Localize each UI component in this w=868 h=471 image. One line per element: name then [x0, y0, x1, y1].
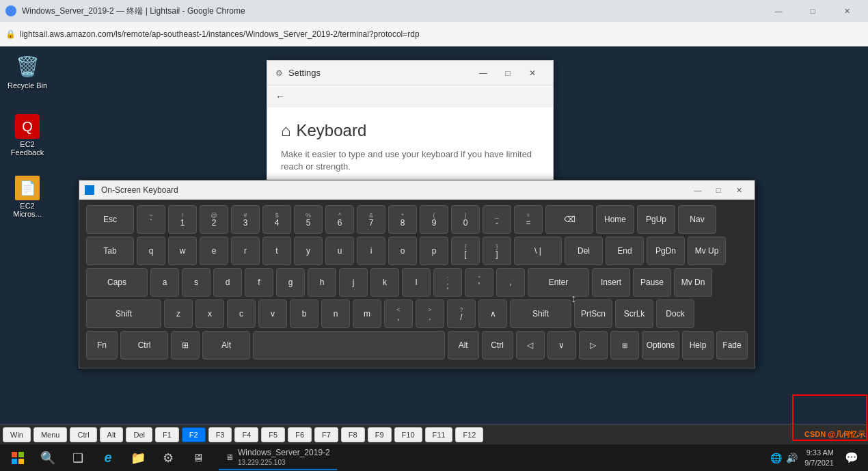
key-period[interactable]: >. [416, 299, 444, 328]
key-y[interactable]: y [294, 237, 323, 265]
key-ctrl-right[interactable]: Ctrl [482, 331, 513, 360]
search-button[interactable]: 🔍 [34, 444, 62, 472]
key-x[interactable]: x [195, 299, 224, 328]
fnkey-f7[interactable]: F7 [314, 427, 338, 442]
key-enter[interactable]: Enter [528, 268, 589, 297]
key-l[interactable]: l [402, 268, 431, 297]
key-f[interactable]: f [245, 268, 273, 297]
explorer-button[interactable]: 📁 [124, 444, 152, 472]
key-up-arrow[interactable]: ∧ [478, 299, 507, 328]
key-backslash[interactable]: \ | [514, 237, 562, 265]
key-8[interactable]: *8 [388, 205, 417, 234]
key-mvdn[interactable]: Mv Dn [674, 268, 712, 297]
key-g[interactable]: g [276, 268, 305, 297]
key-quote[interactable]: "' [465, 268, 493, 297]
key-help[interactable]: Help [682, 331, 714, 360]
key-i[interactable]: i [357, 237, 385, 265]
fnkey-f2[interactable]: F2 [182, 427, 206, 442]
key-2[interactable]: @2 [200, 205, 228, 234]
key-home[interactable]: Home [596, 205, 634, 234]
key-w[interactable]: w [168, 237, 197, 265]
key-del[interactable]: Del [565, 237, 603, 265]
key-rbracket[interactable]: }] [483, 237, 511, 265]
key-minus[interactable]: _- [483, 205, 511, 234]
key-e[interactable]: e [200, 237, 228, 265]
key-fade[interactable]: Fade [716, 331, 748, 360]
key-s[interactable]: s [182, 268, 211, 297]
system-clock[interactable]: 9:33 AM 9/7/2021 [800, 448, 838, 468]
key-k[interactable]: k [370, 268, 399, 297]
key-u[interactable]: u [325, 237, 354, 265]
fnkey-f6[interactable]: F6 [288, 427, 312, 442]
key-right-arrow[interactable]: ▷ [579, 331, 608, 360]
key-comma[interactable]: <, [384, 299, 413, 328]
fnkey-menu[interactable]: Menu [33, 427, 68, 442]
key-t[interactable]: t [262, 237, 291, 265]
key-insert[interactable]: Insert [592, 268, 630, 297]
key-semicolon[interactable]: :; [433, 268, 462, 297]
key-dock[interactable]: Dock [656, 299, 694, 328]
key-fn[interactable]: Fn [86, 331, 118, 360]
key-options[interactable]: Options [642, 331, 679, 360]
key-tab[interactable]: Tab [86, 237, 134, 265]
ec2-microsof-icon[interactable]: 📄 EC2Micros... [3, 173, 51, 221]
fnkey-f4[interactable]: F4 [234, 427, 258, 442]
key-q[interactable]: q [137, 237, 165, 265]
key-winkey[interactable]: ⊞ [171, 331, 200, 360]
fnkey-del[interactable]: Del [126, 427, 152, 442]
ie-button[interactable]: e [94, 444, 122, 472]
key-shift-right[interactable]: Shift [510, 299, 571, 328]
chrome-minimize-button[interactable]: — [763, 0, 794, 22]
fnkey-f9[interactable]: F9 [368, 427, 392, 442]
fnkey-ctrl[interactable]: Ctrl [70, 427, 96, 442]
key-nav[interactable]: Nav [678, 205, 716, 234]
key-p[interactable]: p [420, 237, 448, 265]
key-end[interactable]: End [606, 237, 644, 265]
key-down-arrow[interactable]: ∨ [547, 331, 576, 360]
key-left-arrow[interactable]: ◁ [516, 331, 545, 360]
key-apps[interactable]: ⊞ [610, 331, 639, 360]
key-3[interactable]: #3 [231, 205, 260, 234]
key-pgdn[interactable]: PgDn [647, 237, 685, 265]
key-7[interactable]: &7 [357, 205, 385, 234]
key-6[interactable]: ^6 [325, 205, 354, 234]
key-backspace[interactable]: ⌫ [545, 205, 593, 234]
key-j[interactable]: j [339, 268, 368, 297]
key-esc[interactable]: Esc [86, 205, 134, 234]
key-ctrl-left[interactable]: Ctrl [120, 331, 168, 360]
ec2-feedback-icon[interactable]: Q EC2Feedback [3, 111, 51, 159]
settings-taskbar-button[interactable]: ⚙ [154, 444, 182, 472]
rdp-button[interactable]: 🖥 [185, 444, 212, 472]
key-r[interactable]: r [231, 237, 260, 265]
fnkey-alt[interactable]: Alt [100, 427, 124, 442]
settings-maximize-button[interactable]: □ [496, 61, 520, 85]
key-caps[interactable]: Caps [86, 268, 148, 297]
key-equals[interactable]: += [514, 205, 543, 234]
key-v[interactable]: v [258, 299, 287, 328]
fnkey-f12[interactable]: F12 [455, 427, 483, 442]
key-comma-top[interactable]: , [496, 268, 525, 297]
key-m[interactable]: m [353, 299, 381, 328]
key-space[interactable] [253, 331, 445, 360]
key-9[interactable]: (9 [420, 205, 448, 234]
key-a[interactable]: a [150, 268, 179, 297]
settings-back-button[interactable]: ← [275, 91, 285, 102]
fnkey-f10[interactable]: F10 [394, 427, 422, 442]
key-slash[interactable]: ?/ [447, 299, 476, 328]
taskbar-window-item[interactable]: 🖥 Windows_Server_2019-2 13.229.225.103 [219, 446, 337, 470]
key-mvup[interactable]: Mv Up [688, 237, 726, 265]
key-4[interactable]: $4 [262, 205, 291, 234]
key-shift-left[interactable]: Shift [86, 299, 161, 328]
fnkey-win[interactable]: Win [3, 427, 31, 442]
fnkey-f5[interactable]: F5 [261, 427, 285, 442]
recycle-bin-icon[interactable]: 🗑️ Recycle Bin [3, 50, 51, 92]
fnkey-f3[interactable]: F3 [208, 427, 232, 442]
start-button[interactable] [4, 444, 31, 472]
fnkey-f11[interactable]: F11 [425, 427, 453, 442]
key-pause[interactable]: Pause [633, 268, 671, 297]
key-scrlk[interactable]: ScrLk [615, 299, 653, 328]
settings-close-button[interactable]: ✕ [520, 61, 545, 85]
url-text[interactable]: lightsail.aws.amazon.com/ls/remote/ap-so… [20, 29, 420, 39]
key-prtscn[interactable]: PrtScn [574, 299, 612, 328]
osk-maximize-button[interactable]: □ [708, 180, 729, 200]
